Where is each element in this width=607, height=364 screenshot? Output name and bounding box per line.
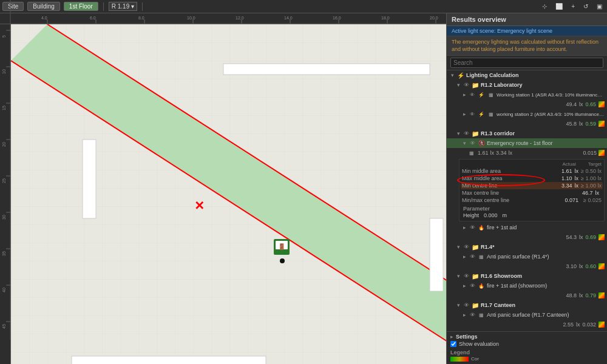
svg-text:8.0: 8.0 <box>138 16 144 20</box>
expand-icon: ▾ <box>455 302 461 308</box>
fire-showroom-item[interactable]: ▸ 👁 🔥 fire + 1st aid (showroom) <box>447 281 607 291</box>
fire-show-val2: 0.79 <box>585 292 596 298</box>
light-icon: ⚡ <box>477 91 486 98</box>
min-middle-row: Min middle area 1.61 lx ≥ 0.50 lx <box>461 167 603 175</box>
search-input[interactable] <box>450 58 603 68</box>
svg-text:4.0: 4.0 <box>41 16 47 20</box>
ws1-val1: 49.4 <box>566 101 577 107</box>
min-centre-row: Min centre line 3.34 lx ≥ 1.00 lx <box>461 182 603 189</box>
emergency-route-item[interactable]: ▾ 👁 🚷 Emergency route - 1st floor <box>447 138 607 148</box>
expand-icon: ▾ <box>455 244 461 250</box>
max-middle-row: Max middle area 1.10 lx ≥ 1.00 lx <box>461 175 603 182</box>
er-val2: lx <box>490 150 495 156</box>
r1-7-header[interactable]: ▾ 👁 📁 R1.7 Canteen <box>447 300 607 310</box>
results-panel: Results overview Active light scene: Eme… <box>446 13 607 364</box>
lighting-calc-label: Lighting Calculation <box>466 72 605 78</box>
minmax-centre-target: ≥ 0.025 <box>583 197 602 203</box>
lighting-calc-header[interactable]: ▾ ⚡ Lighting Calculation <box>447 70 607 80</box>
fire-show-unit1: lx <box>579 292 583 298</box>
svg-text:10: 10 <box>2 69 6 74</box>
settings-header[interactable]: ▸ Settings <box>450 334 603 340</box>
r1-4-header[interactable]: ▾ 👁 📁 R1.4* <box>447 242 607 252</box>
er-color-bar <box>599 150 605 156</box>
expand-icon: ▸ <box>461 254 467 260</box>
max-middle-unit: lx <box>575 175 579 181</box>
svg-text:45: 45 <box>2 324 6 329</box>
ws1-values: 49.4 lx 0.65 <box>447 99 607 109</box>
anti-panic-canteen-label: Anti panic surface (R1.7 Canteen) <box>487 312 605 318</box>
anti-panic-item[interactable]: ▸ 👁 ▦ Anti panic surface (R1.4*) <box>447 252 607 261</box>
r1-3-header[interactable]: ▾ 👁 📁 R1.3 corridor <box>447 129 607 138</box>
svg-text:18.0: 18.0 <box>381 16 390 20</box>
max-middle-label: Max middle area <box>462 175 561 181</box>
svg-text:✕: ✕ <box>194 199 205 212</box>
ws2-values: 45.8 lx 0.59 <box>447 119 607 129</box>
detail-table-container: Actual Target Min middle area 1.61 lx ≥ … <box>459 159 605 221</box>
fire-aid-item[interactable]: ▸ 👁 🔥 fire + 1st aid <box>447 223 607 232</box>
expand-icon: ▸ <box>461 283 467 289</box>
toolbar-sep-1 <box>103 2 104 11</box>
top-ruler: 4.0 6.0 8.0 10.0 12.0 14.0 16.0 18.0 20.… <box>0 13 446 24</box>
toolbar-add-icon[interactable]: + <box>569 2 577 10</box>
eye-icon: 👁 <box>469 140 476 146</box>
fire-color-bar <box>599 234 605 240</box>
toolbar-floor-tab[interactable]: 1st Floor <box>64 2 98 11</box>
ws2-unit1: lx <box>579 121 583 127</box>
svg-text:5: 5 <box>2 35 6 38</box>
param-height-unit: m <box>503 212 507 218</box>
toolbar-zoom-icon[interactable]: ⬜ <box>553 2 565 10</box>
ws1-item[interactable]: ▸ 👁 ⚡ ▦ Working station 1 (ASR A3.4/3: 1… <box>447 90 607 99</box>
param-label: Parameter <box>463 205 600 212</box>
toolbar-window-icon[interactable]: ▣ <box>594 2 605 10</box>
er-val1: 1.61 <box>478 150 489 156</box>
anti-panic-canteen-val2: 0.032 <box>582 322 596 328</box>
expand-icon: ▸ <box>461 111 467 117</box>
max-centre-unit: lx <box>595 190 600 196</box>
r1-7-label: R1.7 Canteen <box>481 302 605 308</box>
svg-text:12.0: 12.0 <box>236 16 244 20</box>
toolbar-select-icon[interactable]: ⊹ <box>540 2 549 10</box>
svg-text:🚪: 🚪 <box>278 243 286 251</box>
toolbar-building-tab[interactable]: Building <box>27 2 60 11</box>
anti-panic-canteen-val1: 2.55 <box>563 322 574 328</box>
fire-val1: 54.3 <box>566 234 577 240</box>
toolbar: Site Building 1st Floor R 1.19 ▾ ⊹ ⬜ + ↺… <box>0 0 607 13</box>
light-icon: ⚡ <box>477 110 486 118</box>
r1-4-label: R1.4* <box>481 244 605 250</box>
tree-panel: ▾ ⚡ Lighting Calculation ▾ 👁 📁 R1.2 Labo… <box>447 70 607 331</box>
folder-icon: 📁 <box>471 243 480 251</box>
fire-showroom-label: fire + 1st aid (showroom) <box>487 283 605 289</box>
anti-panic-icon: ▦ <box>477 253 486 260</box>
anti-panic-label: Anti panic surface (R1.4*) <box>487 254 605 260</box>
r1-6-header[interactable]: ▾ 👁 📁 R1.6 Showroom <box>447 271 607 281</box>
ws2-item[interactable]: ▸ 👁 ⚡ ▦ working station 2 (ASR A3.4/3: 1… <box>447 109 607 119</box>
toolbar-room-dropdown[interactable]: R 1.19 ▾ <box>109 2 137 11</box>
min-middle-target: ≥ 0.50 lx <box>581 168 602 174</box>
active-scene-label: Active light scene: Emergency light scen… <box>447 26 607 36</box>
fire-showroom-values: 48.8 lx 0.79 <box>447 291 607 300</box>
eye-icon: 👁 <box>463 273 470 279</box>
toolbar-refresh-icon[interactable]: ↺ <box>581 2 591 10</box>
svg-text:14.0: 14.0 <box>284 16 293 20</box>
minmax-centre-row: Min/max centre line 0.071 ≥ 0.025 <box>461 197 603 204</box>
show-evaluation-checkbox[interactable] <box>450 341 456 347</box>
folder-icon: 📁 <box>471 130 480 137</box>
min-centre-target: ≥ 1.00 lx <box>581 183 602 189</box>
left-ruler: 5 10 15 20 25 30 35 40 45 <box>0 24 11 364</box>
grid-icon: ▦ <box>467 149 476 157</box>
fire-aid-label: fire + 1st aid <box>487 224 605 231</box>
svg-point-51 <box>280 258 285 263</box>
anti-panic-canteen-icon: ▦ <box>477 311 486 318</box>
eye-icon: 👁 <box>469 254 476 260</box>
svg-rect-44 <box>83 140 96 218</box>
anti-panic-canteen-item[interactable]: ▸ 👁 ▦ Anti panic surface (R1.7 Canteen) <box>447 310 607 320</box>
svg-text:20.0: 20.0 <box>430 16 438 20</box>
er-val4: lx <box>509 150 513 156</box>
cor-label: Cor <box>471 356 479 362</box>
r1-6-label: R1.6 Showroom <box>481 273 605 279</box>
r1-2-header[interactable]: ▾ 👁 📁 R1.2 Laboratory <box>447 80 607 90</box>
param-height-val: 0.000 <box>484 212 498 218</box>
fire-show-val1: 48.8 <box>566 292 577 298</box>
main-area: 4.0 6.0 8.0 10.0 12.0 14.0 16.0 18.0 20.… <box>0 13 607 364</box>
drawing-canvas[interactable]: ✕ 🚪 <box>11 24 446 364</box>
